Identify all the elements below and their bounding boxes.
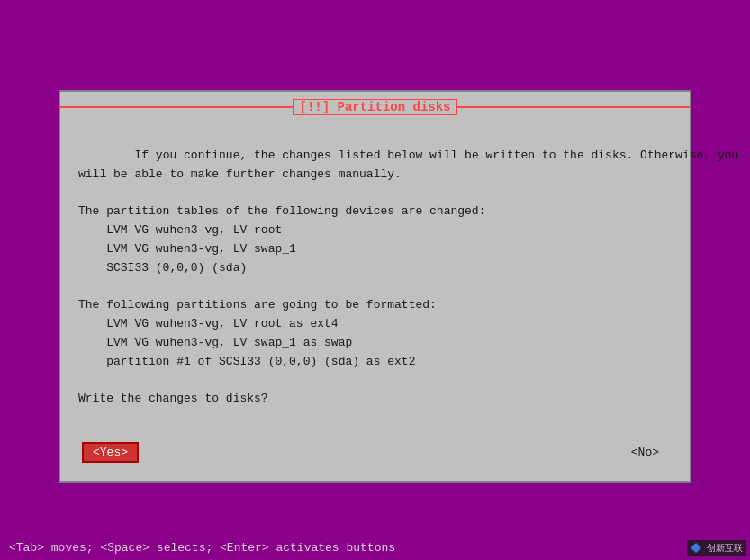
button-row: <Yes> <No> <box>78 442 672 463</box>
dialog-content: If you continue, the changes listed belo… <box>60 119 690 481</box>
title-line-left <box>60 106 293 108</box>
title-line-right <box>457 106 690 108</box>
status-bar: <Tab> moves; <Space> selects; <Enter> ac… <box>0 535 750 560</box>
yes-button[interactable]: <Yes> <box>82 442 139 463</box>
watermark: 🔷 创新互联 <box>687 540 746 556</box>
screen: [!!] Partition disks If you continue, th… <box>0 0 750 560</box>
dialog-body: If you continue, the changes listed belo… <box>78 128 672 428</box>
dialog-title-bar: [!!] Partition disks <box>60 99 690 115</box>
dialog: [!!] Partition disks If you continue, th… <box>59 90 691 483</box>
watermark-text: 🔷 创新互联 <box>691 544 743 554</box>
status-text: <Tab> moves; <Space> selects; <Enter> ac… <box>9 541 395 555</box>
body-text: If you continue, the changes listed belo… <box>78 149 738 405</box>
dialog-title: [!!] Partition disks <box>293 99 456 115</box>
no-button[interactable]: <No> <box>622 444 668 461</box>
